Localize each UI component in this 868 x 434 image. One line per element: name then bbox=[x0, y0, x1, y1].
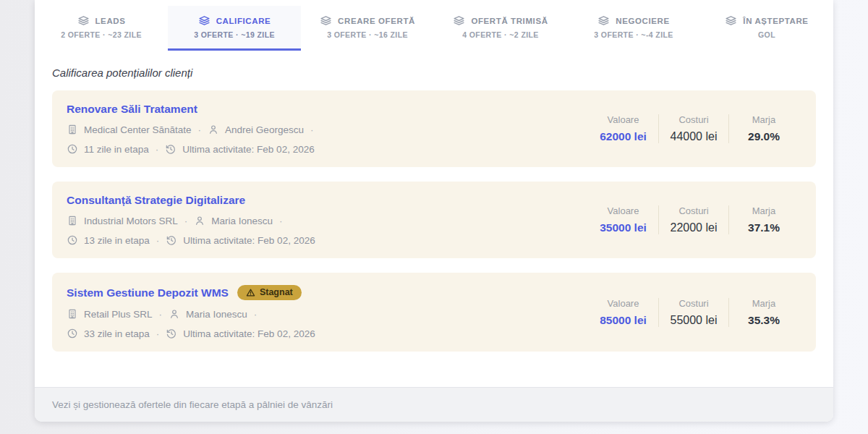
tab-label: CREARE OFERTĂ bbox=[338, 17, 415, 25]
badge-label: Stagnat bbox=[260, 287, 293, 297]
stat-label: Marja bbox=[729, 205, 799, 216]
tab-meta: GOL bbox=[758, 30, 775, 39]
company-name: Industrial Motors SRL bbox=[84, 216, 178, 226]
stat-marja: Marja 37.1% bbox=[728, 205, 799, 234]
building-icon bbox=[67, 215, 78, 226]
separator-dot: · bbox=[156, 328, 161, 339]
days-in-stage: 33 zile in etapa bbox=[84, 328, 150, 339]
tab-creare-oferta[interactable]: CREARE OFERTĂ 3 OFERTE · ~16 ZILE bbox=[301, 6, 434, 51]
tab-meta: 3 OFERTE · ~19 ZILE bbox=[194, 30, 275, 39]
owner-name: Maria Ionescu bbox=[186, 309, 247, 320]
stat-label: Costuri bbox=[659, 114, 728, 125]
separator-dot: · bbox=[184, 216, 189, 226]
stat-label: Valoare bbox=[588, 114, 658, 125]
tab-calificare[interactable]: CALIFICARE 3 OFERTE · ~19 ZILE bbox=[168, 6, 301, 51]
tab-meta: 2 OFERTE · ~23 ZILE bbox=[61, 30, 142, 39]
stat-costuri: Costuri 44000 lei bbox=[658, 114, 728, 143]
deal-title[interactable]: Sistem Gestiune Depozit WMS bbox=[67, 286, 229, 299]
deal-title[interactable]: Consultanță Strategie Digitalizare bbox=[67, 194, 245, 207]
stat-value: 22000 lei bbox=[659, 221, 728, 234]
tab-label: NEGOCIERE bbox=[616, 17, 669, 25]
separator-dot: · bbox=[278, 216, 284, 226]
deal-title[interactable]: Renovare Săli Tratament bbox=[67, 103, 197, 116]
tab-oferta-trimisa[interactable]: OFERTĂ TRIMISĂ 4 OFERTE · ~2 ZILE bbox=[434, 6, 567, 51]
stat-label: Valoare bbox=[588, 205, 658, 216]
tab-label: CALIFICARE bbox=[216, 17, 271, 25]
tab-label: OFERTĂ TRIMISĂ bbox=[471, 17, 548, 25]
stat-value: 62000 lei bbox=[588, 130, 658, 143]
stat-value: 85000 lei bbox=[588, 314, 658, 327]
last-activity: Ultima activitate: Feb 02, 2026 bbox=[183, 328, 315, 339]
footer-hint: Vezi și gestionează ofertele din fiecare… bbox=[52, 399, 333, 410]
tab-label: ÎN AȘTEPTARE bbox=[743, 17, 808, 25]
tab-label: LEADS bbox=[95, 17, 126, 25]
tab-in-asteptare[interactable]: ÎN AȘTEPTARE GOL bbox=[700, 6, 833, 51]
deal-card[interactable]: Sistem Gestiune Depozit WMS Stagnat Reta… bbox=[52, 273, 816, 352]
layers-icon bbox=[77, 14, 90, 27]
stage-heading: Calificarea potențialilor clienți bbox=[52, 67, 816, 79]
tab-meta: 3 OFERTE · ~-4 ZILE bbox=[594, 30, 673, 39]
deal-stats: Valoare 62000 lei Costuri 44000 lei Marj… bbox=[588, 114, 799, 143]
separator-dot: · bbox=[155, 144, 160, 155]
stat-marja: Marja 29.0% bbox=[728, 114, 799, 143]
warning-icon bbox=[246, 288, 255, 297]
days-in-stage: 13 zile in etapa bbox=[84, 235, 150, 246]
stat-costuri: Costuri 22000 lei bbox=[658, 205, 728, 234]
layers-icon bbox=[198, 14, 210, 27]
stat-value: 35000 lei bbox=[588, 221, 658, 234]
stat-label: Valoare bbox=[588, 298, 658, 309]
stat-marja: Marja 35.3% bbox=[728, 298, 799, 327]
clock-icon bbox=[67, 328, 78, 339]
days-in-stage: 11 zile in etapa bbox=[84, 144, 149, 155]
stat-valoare: Valoare 62000 lei bbox=[588, 114, 658, 143]
stat-label: Costuri bbox=[659, 298, 728, 309]
deal-card[interactable]: Consultanță Strategie Digitalizare Indus… bbox=[52, 182, 816, 258]
separator-dot: · bbox=[158, 309, 163, 320]
tab-meta: 3 OFERTE · ~16 ZILE bbox=[327, 30, 408, 39]
stat-value: 44000 lei bbox=[659, 130, 728, 143]
building-icon bbox=[67, 124, 78, 135]
stat-label: Marja bbox=[729, 114, 799, 125]
last-activity: Ultima activitate: Feb 02, 2026 bbox=[182, 144, 314, 155]
stat-label: Costuri bbox=[659, 205, 728, 216]
tab-negociere[interactable]: NEGOCIERE 3 OFERTE · ~-4 ZILE bbox=[567, 6, 700, 51]
tab-leads[interactable]: LEADS 2 OFERTE · ~23 ZILE bbox=[35, 6, 168, 51]
separator-dot: · bbox=[310, 124, 315, 135]
stat-valoare: Valoare 35000 lei bbox=[588, 205, 658, 234]
company-name: Retail Plus SRL bbox=[84, 309, 153, 320]
history-icon bbox=[165, 143, 176, 155]
person-icon bbox=[169, 308, 180, 320]
stagnant-badge: Stagnat bbox=[237, 285, 302, 300]
separator-dot: · bbox=[197, 124, 203, 135]
clock-icon bbox=[67, 234, 78, 246]
deal-stats: Valoare 85000 lei Costuri 55000 lei Marj… bbox=[588, 298, 799, 327]
stat-value: 37.1% bbox=[729, 221, 799, 234]
stage-content: Calificarea potențialilor clienți Renova… bbox=[35, 51, 833, 387]
layers-icon bbox=[453, 14, 465, 27]
separator-dot: · bbox=[156, 235, 161, 246]
clock-icon bbox=[67, 143, 78, 155]
panel-footer: Vezi și gestionează ofertele din fiecare… bbox=[35, 387, 833, 422]
tab-meta: 4 OFERTE · ~2 ZILE bbox=[462, 30, 539, 39]
stat-valoare: Valoare 85000 lei bbox=[588, 298, 658, 327]
separator-dot: · bbox=[253, 309, 258, 320]
deal-stats: Valoare 35000 lei Costuri 22000 lei Marj… bbox=[588, 205, 799, 234]
stat-value: 29.0% bbox=[729, 130, 799, 143]
person-icon bbox=[194, 215, 205, 226]
building-icon bbox=[67, 308, 78, 320]
history-icon bbox=[166, 328, 177, 339]
owner-name: Maria Ionescu bbox=[211, 216, 273, 226]
stage-tabs: LEADS 2 OFERTE · ~23 ZILE CALIFICARE 3 O… bbox=[35, 6, 833, 51]
layers-icon bbox=[725, 14, 737, 27]
owner-name: Andrei Georgescu bbox=[225, 124, 304, 135]
person-icon bbox=[208, 124, 219, 135]
history-icon bbox=[166, 234, 177, 246]
stat-value: 35.3% bbox=[729, 314, 799, 327]
stat-costuri: Costuri 55000 lei bbox=[658, 298, 728, 327]
pipeline-panel: LEADS 2 OFERTE · ~23 ZILE CALIFICARE 3 O… bbox=[35, 0, 833, 422]
layers-icon bbox=[320, 14, 332, 27]
stat-value: 55000 lei bbox=[659, 314, 728, 327]
last-activity: Ultima activitate: Feb 02, 2026 bbox=[183, 235, 315, 246]
layers-icon bbox=[597, 14, 610, 27]
deal-card[interactable]: Renovare Săli Tratament Medical Center S… bbox=[52, 90, 816, 167]
